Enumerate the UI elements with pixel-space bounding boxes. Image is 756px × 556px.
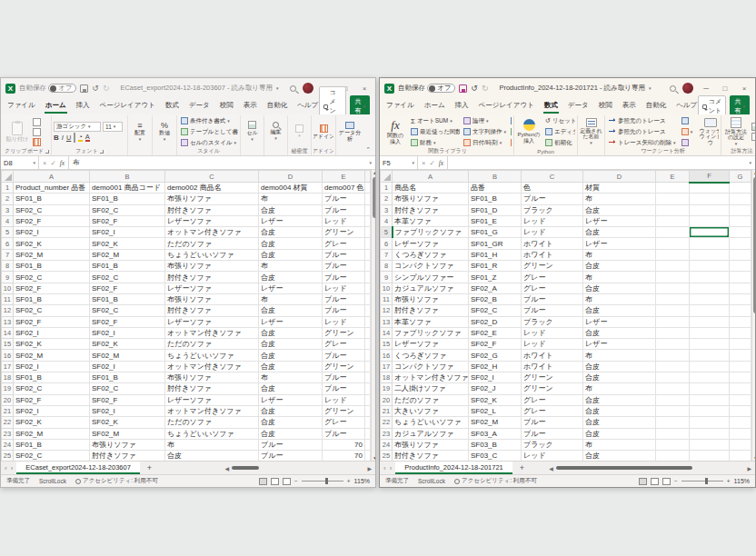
cell[interactable]: SF01_B <box>469 194 522 204</box>
row-header[interactable]: 25 <box>381 451 393 461</box>
cell[interactable]: ホワイト <box>522 249 583 260</box>
cell[interactable] <box>730 261 751 272</box>
cell[interactable] <box>730 249 751 260</box>
calculate-now-button[interactable] <box>751 123 756 131</box>
cell[interactable]: SF02_C <box>90 383 165 394</box>
page-break-view-button[interactable] <box>662 478 671 485</box>
cell[interactable]: 合皮 <box>259 417 323 428</box>
cell[interactable]: ブルー <box>522 417 583 428</box>
account-avatar[interactable] <box>303 83 313 94</box>
cell[interactable]: カジュアルソファ <box>393 428 469 439</box>
cell[interactable]: ブルー <box>522 428 583 439</box>
row-header[interactable]: 18 <box>2 372 14 383</box>
cell[interactable]: オットマン付きソファ <box>165 227 259 238</box>
row-header[interactable]: 19 <box>2 383 14 394</box>
trace-precedents-button[interactable]: 参照元のトレース <box>607 116 678 126</box>
cell[interactable] <box>690 305 730 316</box>
sheet-nav-right-icon[interactable]: › <box>11 464 14 472</box>
formula-input[interactable]: 布 <box>69 156 365 169</box>
cell[interactable]: SF02_L <box>469 405 522 416</box>
calculate-sheet-button[interactable] <box>751 133 756 141</box>
cell[interactable] <box>656 339 690 350</box>
datetime-button[interactable]: 日付/時刻▾ <box>462 138 507 148</box>
search-icon[interactable] <box>290 85 296 92</box>
cell[interactable]: SF02_C <box>14 204 90 215</box>
python-init-button[interactable]: 初期化 <box>543 138 575 148</box>
dialog-launcher-icon[interactable] <box>100 150 104 154</box>
column-header[interactable]: B <box>90 171 165 183</box>
cell[interactable]: レザーソファ <box>165 394 259 405</box>
cell[interactable]: SF01_E <box>469 215 522 226</box>
column-header[interactable]: F <box>690 171 730 183</box>
cell[interactable]: SF02_C <box>90 305 165 316</box>
menu-tab[interactable]: ファイル <box>6 99 36 114</box>
menu-tab[interactable]: ページレイアウト <box>99 99 156 114</box>
cell[interactable]: 布張りソファ <box>393 194 469 204</box>
cell[interactable] <box>730 394 751 405</box>
cell[interactable] <box>656 316 690 327</box>
cell[interactable] <box>730 417 751 428</box>
cell[interactable] <box>365 405 371 416</box>
cell[interactable]: グリーン <box>323 327 365 338</box>
row-header[interactable]: 4 <box>2 215 14 226</box>
cell[interactable]: SF01_B <box>90 261 165 272</box>
menu-tab[interactable]: 表示 <box>622 99 637 114</box>
cell[interactable] <box>656 261 690 272</box>
underline-button[interactable]: U <box>66 134 71 142</box>
zoom-slider[interactable] <box>681 481 723 482</box>
row-header[interactable]: 20 <box>2 394 14 405</box>
cell[interactable]: ブルー <box>323 350 365 361</box>
cell[interactable]: SF02_I <box>90 405 165 416</box>
scroll-right-icon[interactable]: ▶ <box>367 465 372 472</box>
cell[interactable]: SF02_M <box>14 428 90 439</box>
cell[interactable]: ただのソファ <box>165 238 259 249</box>
cell[interactable]: SF02_F <box>14 316 90 327</box>
cell[interactable] <box>656 405 690 416</box>
cell[interactable]: 合皮 <box>259 305 323 316</box>
cell[interactable] <box>730 238 751 249</box>
cell[interactable]: SF02_C <box>90 272 165 283</box>
cell[interactable]: demo004 材質 <box>259 183 323 194</box>
column-header[interactable]: B <box>469 171 522 183</box>
cell[interactable] <box>690 272 730 283</box>
cell[interactable]: SF03_A <box>469 428 522 439</box>
row-header[interactable]: 17 <box>2 361 14 372</box>
sheet-tab[interactable]: ProductInfo_2024-12-18-201721 <box>395 462 512 474</box>
cell[interactable]: 合皮 <box>259 339 323 350</box>
menu-tab[interactable]: 自動化 <box>266 99 289 114</box>
math-trig-button[interactable]: ▾ <box>509 127 512 137</box>
cell[interactable]: レザー <box>583 215 656 226</box>
cell[interactable] <box>730 383 751 394</box>
cell[interactable]: レザーソファ <box>393 339 469 350</box>
cell[interactable]: SF02_H <box>469 361 522 372</box>
cell[interactable]: SF01_D <box>469 204 522 215</box>
save-icon[interactable] <box>80 84 88 93</box>
menu-tab[interactable]: 表示 <box>243 99 258 114</box>
page-break-view-button[interactable] <box>283 478 291 485</box>
cell[interactable]: 肘付きソファ <box>393 451 469 461</box>
column-header[interactable]: E <box>323 171 365 183</box>
row-header[interactable]: 11 <box>381 293 393 304</box>
cell[interactable] <box>365 417 371 428</box>
cancel-icon[interactable]: × <box>43 159 46 167</box>
row-header[interactable]: 8 <box>2 261 14 272</box>
cell[interactable]: SF02_K <box>90 417 165 428</box>
cell[interactable]: 合皮 <box>583 428 656 439</box>
cell[interactable]: ホワイト <box>522 350 583 361</box>
fill-color-button[interactable]: ◔ <box>78 134 83 143</box>
cell[interactable] <box>690 417 730 428</box>
cell[interactable]: 合皮 <box>583 227 656 238</box>
cell[interactable]: ホワイト <box>522 238 583 249</box>
cell[interactable] <box>730 183 751 194</box>
cell[interactable] <box>690 439 730 450</box>
cell[interactable]: 布張りソファ <box>165 293 259 304</box>
cell[interactable] <box>656 383 690 394</box>
cell[interactable]: 合皮 <box>583 405 656 416</box>
cell[interactable]: SF01_R <box>469 261 522 272</box>
cell[interactable]: SF02_F <box>469 339 522 350</box>
cell[interactable]: 布張りソファ <box>393 293 469 304</box>
cell[interactable]: 布張りソファ <box>165 261 259 272</box>
cell[interactable]: SF02_M <box>14 350 90 361</box>
cell[interactable]: SF01_H <box>469 249 522 260</box>
scroll-left-icon[interactable]: ◀ <box>549 465 553 472</box>
